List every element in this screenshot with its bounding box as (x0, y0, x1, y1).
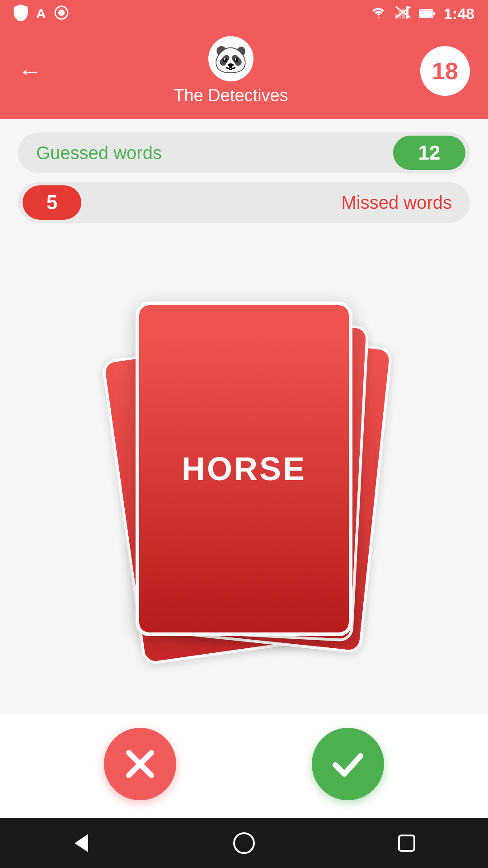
guessed-label: Guessed words (36, 143, 162, 163)
missed-count: 5 (23, 185, 81, 220)
shield-icon (14, 5, 28, 23)
guessed-row: Guessed words 12 (18, 132, 470, 173)
battery-icon (419, 5, 436, 22)
card-inner: HORSE (139, 305, 349, 632)
missed-label: Missed words (341, 193, 452, 213)
wifi-icon (371, 5, 387, 22)
wrong-button[interactable] (104, 728, 176, 800)
svg-point-1 (58, 9, 65, 16)
header-title: The Detectives (174, 86, 288, 105)
back-button[interactable]: ← (18, 59, 42, 83)
correct-button[interactable] (312, 728, 384, 800)
svg-marker-13 (75, 834, 88, 852)
svg-rect-9 (420, 10, 432, 17)
score-badge: 18 (420, 46, 470, 96)
signal-icon (395, 5, 411, 22)
app-header: ← 🐼 The Detectives 18 (0, 27, 488, 119)
a-icon: A (36, 6, 46, 21)
nav-home-button[interactable] (233, 832, 255, 854)
status-bar-left: A (14, 5, 69, 23)
svg-point-14 (234, 833, 254, 853)
bottom-buttons (0, 714, 488, 818)
nav-back-button[interactable] (70, 832, 93, 854)
card-word: HORSE (182, 450, 306, 487)
time-display: 1:48 (444, 5, 474, 23)
guessed-count: 12 (393, 136, 465, 170)
card-stack-area: HORSE (18, 236, 470, 701)
missed-row: 5 Missed words (18, 182, 470, 223)
status-bar: A (0, 0, 488, 27)
main-card[interactable]: HORSE (136, 302, 352, 636)
status-bar-right: 1:48 (371, 5, 474, 23)
record-icon (54, 5, 69, 22)
panda-avatar: 🐼 (208, 36, 253, 81)
svg-rect-15 (399, 835, 414, 851)
main-content: Guessed words 12 5 Missed words HORSE (0, 119, 488, 714)
nav-recents-button[interactable] (395, 832, 418, 854)
nav-bar (0, 818, 488, 868)
svg-rect-10 (433, 12, 435, 15)
header-center: 🐼 The Detectives (174, 36, 288, 105)
stats-container: Guessed words 12 5 Missed words (18, 132, 470, 223)
